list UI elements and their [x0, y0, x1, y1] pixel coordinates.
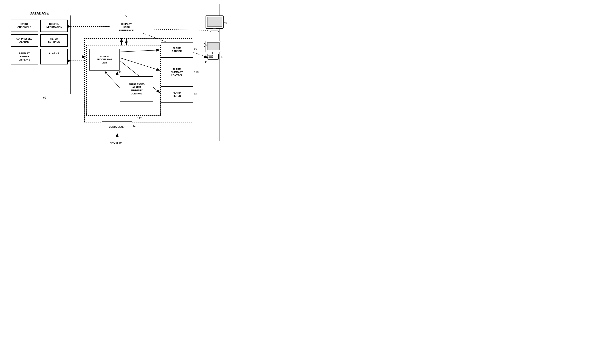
- diagram-container: DATABASE EVENTCHRONICLE CONFIG.INFORMATI…: [0, 0, 235, 146]
- db-cell-primary-control: PRIMARYCONTROLDISPLAYS: [11, 49, 38, 65]
- db-cell-config-info: CONFIG.INFORMATION: [40, 20, 68, 32]
- label-110: 110: [194, 71, 199, 74]
- svg-rect-26: [209, 57, 213, 58]
- svg-text:14: 14: [205, 60, 207, 63]
- db-cell-event-chronicle: EVENTCHRONICLE: [11, 20, 38, 32]
- svg-rect-18: [213, 28, 216, 31]
- svg-rect-17: [207, 17, 222, 26]
- alarm-summary-control-box: ALARMSUMMARYCONTROL: [161, 63, 193, 82]
- computer-illustration: 69 40 14: [204, 15, 229, 68]
- label-68: 68: [194, 92, 197, 96]
- label-64: 64: [118, 70, 122, 73]
- suppressed-alarm-summary-box: SUPPRESSEDALARMSUMMARYCONTROL: [120, 76, 153, 102]
- label-112: 112: [137, 117, 142, 120]
- label-66: 66: [43, 96, 46, 99]
- svg-text:40: 40: [220, 56, 223, 58]
- label-62: 62: [133, 124, 136, 128]
- display-ui-box: DISPLAYUSERINTERFACE: [110, 18, 143, 37]
- alarm-banner-box: ALARMBANNER: [161, 42, 193, 58]
- label-50: 50: [194, 47, 197, 50]
- svg-rect-19: [211, 31, 219, 32]
- label-70: 70: [124, 14, 128, 17]
- svg-rect-22: [207, 43, 220, 50]
- db-cell-alarms: ALARMS: [40, 49, 68, 65]
- database-grid: EVENTCHRONICLE CONFIG.INFORMATION SUPPRE…: [11, 20, 68, 65]
- alarm-processing-unit-box: ALARMPROCESSINGUNIT: [89, 49, 120, 71]
- svg-text:69: 69: [224, 21, 227, 24]
- database-title: DATABASE: [8, 10, 71, 15]
- db-cell-filter-settings: FILTERSETTINGS: [40, 34, 68, 47]
- comm-layer-box: COMM. LAYER: [102, 122, 132, 132]
- db-cell-suppressed-alarms: SUPPRESSEDALARMS: [11, 34, 38, 47]
- svg-rect-25: [209, 55, 213, 56]
- from-40-label: FROM 40: [110, 141, 122, 144]
- svg-rect-23: [213, 52, 214, 54]
- alarm-filter-box: ALARMFILTER: [161, 86, 193, 103]
